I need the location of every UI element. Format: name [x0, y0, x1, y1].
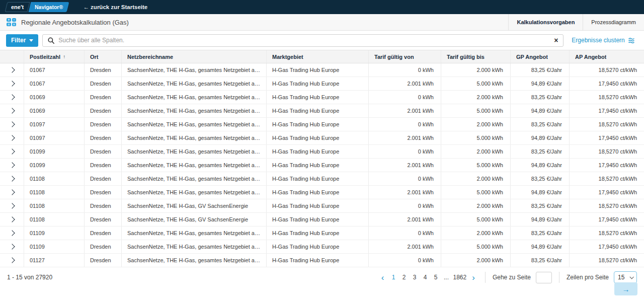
back-to-home-link[interactable]: ← zurück zur Startseite	[83, 4, 147, 10]
cell-ort: Dresden	[85, 91, 122, 104]
cell-plz: 01108	[24, 213, 85, 226]
expand-row-button[interactable]	[0, 131, 24, 144]
cell-gp: 94,89 €/Jahr	[511, 77, 570, 90]
cell-ap: 17,9450 ct/kWh	[570, 77, 644, 90]
cluster-layers-icon	[628, 37, 635, 44]
cell-von: 2.001 kWh	[369, 240, 441, 253]
cell-value: H-Gas Trading Hub Europe	[272, 81, 339, 87]
cell-markt: H-Gas Trading Hub Europe	[267, 91, 369, 104]
column-header-ap-angebot[interactable]: AP Angebot	[570, 50, 644, 63]
goto-page-input[interactable]	[536, 272, 552, 283]
cell-ort: Dresden	[85, 145, 122, 158]
previous-page-icon[interactable]: ‹	[378, 273, 387, 282]
column-header-marktgebiet[interactable]: Marktgebiet	[267, 50, 369, 63]
cell-markt: H-Gas Trading Hub Europe	[267, 118, 369, 131]
filter-button[interactable]: Filter	[6, 34, 38, 47]
table-row: 01069DresdenSachsenNetze, THE H-Gas, ges…	[0, 91, 644, 104]
cell-plz: 01109	[24, 240, 85, 253]
column-header-gp-angebot[interactable]: GP Angebot	[511, 50, 570, 63]
expand-row-button[interactable]	[0, 172, 24, 185]
column-header-netzbereichname[interactable]: Netzbereichname	[122, 50, 267, 63]
expand-row-button[interactable]	[0, 186, 24, 199]
cell-value: 94,89 €/Jahr	[531, 189, 562, 195]
search-input[interactable]	[58, 35, 549, 46]
cell-value: 2.000 kWh	[476, 257, 503, 263]
cell-bis: 2.000 kWh	[441, 172, 511, 185]
expand-row-button[interactable]	[0, 63, 24, 77]
expand-row-button[interactable]	[0, 91, 24, 104]
cell-bis: 5.000 kWh	[441, 159, 511, 172]
column-header-tarif-g-ltig-bis[interactable]: Tarif gültig bis	[441, 50, 511, 63]
prozessdiagramm-button[interactable]: Prozessdiagramm	[583, 14, 644, 30]
cell-netz: SachsenNetze, THE H-Gas, gesamtes Netzge…	[122, 118, 267, 131]
cell-ap: 18,5270 ct/kWh	[570, 172, 644, 185]
cell-netz: SachsenNetze, THE H-Gas, gesamtes Netzge…	[122, 91, 267, 104]
next-page-fab-button[interactable]: →	[614, 282, 637, 295]
rows-per-page-select[interactable]: 15	[614, 271, 637, 283]
cell-bis: 5.000 kWh	[441, 186, 511, 199]
cell-netz: SachsenNetze, THE H-Gas, gesamtes Netzge…	[122, 159, 267, 172]
cell-value: 94,89 €/Jahr	[531, 81, 562, 87]
expand-row-button[interactable]	[0, 213, 24, 226]
clear-search-icon[interactable]: ×	[549, 36, 563, 44]
cell-value: 0 kWh	[418, 203, 434, 209]
chevron-right-icon	[9, 162, 15, 168]
cell-von: 2.001 kWh	[369, 77, 441, 90]
cell-value: 01099	[30, 162, 45, 168]
column-header-expander	[0, 50, 24, 63]
column-header-ort[interactable]: Ort	[85, 50, 122, 63]
kalkulationsvorgaben-button[interactable]: Kalkulationsvorgaben	[508, 14, 583, 30]
cell-plz: 01108	[24, 199, 85, 212]
expand-row-button[interactable]	[0, 240, 24, 253]
expand-row-button[interactable]	[0, 118, 24, 131]
column-header-label: Tarif gültig von	[374, 54, 414, 60]
cell-von: 0 kWh	[369, 172, 441, 185]
cell-value: 01108	[30, 216, 45, 222]
table-row: 01067DresdenSachsenNetze, THE H-Gas, ges…	[0, 63, 644, 77]
table-row: 01127DresdenSachsenNetze, THE H-Gas, ges…	[0, 254, 644, 267]
column-header-tarif-g-ltig-von[interactable]: Tarif gültig von	[369, 50, 441, 63]
goto-page-control: Gehe zu Seite	[493, 272, 552, 283]
rows-per-page-value: 15	[618, 274, 624, 281]
expand-row-button[interactable]	[0, 104, 24, 117]
cell-value: 5.000 kWh	[476, 244, 503, 250]
results-table: Postleitzahl↑OrtNetzbereichnameMarktgebi…	[0, 50, 644, 267]
column-header-postleitzahl[interactable]: Postleitzahl↑	[24, 50, 85, 63]
cell-bis: 2.000 kWh	[441, 118, 511, 131]
cell-value: 01069	[30, 94, 45, 100]
sort-ascending-icon: ↑	[63, 54, 65, 59]
page-number-4[interactable]: 4	[421, 273, 430, 282]
expand-row-button[interactable]	[0, 77, 24, 90]
next-page-icon[interactable]: ›	[469, 273, 478, 282]
page-number-3[interactable]: 3	[411, 273, 419, 282]
cell-value: 83,25 €/Jahr	[531, 148, 562, 155]
expand-row-button[interactable]	[0, 159, 24, 172]
cell-value: 2.001 kWh	[407, 81, 434, 87]
header-actions: Kalkulationsvorgaben Prozessdiagramm	[508, 14, 644, 30]
expand-row-button[interactable]	[0, 199, 24, 212]
cell-value: H-Gas Trading Hub Europe	[272, 108, 339, 114]
cell-markt: H-Gas Trading Hub Europe	[267, 145, 369, 158]
cluster-results-button[interactable]: Ergebnisse clustern	[572, 37, 634, 44]
page-number-1862[interactable]: 1862	[453, 273, 467, 282]
expand-row-button[interactable]	[0, 254, 24, 267]
column-header-label: GP Angebot	[516, 54, 548, 60]
expand-row-button[interactable]	[0, 145, 24, 158]
cell-plz: 01097	[24, 118, 85, 131]
page-number-5[interactable]: 5	[432, 273, 440, 282]
page-number-2[interactable]: 2	[400, 273, 409, 282]
expand-row-button[interactable]	[0, 226, 24, 240]
cell-value: H-Gas Trading Hub Europe	[272, 94, 339, 100]
cell-von: 2.001 kWh	[369, 104, 441, 117]
cell-plz: 01069	[24, 91, 85, 104]
cell-value: 17,9450 ct/kWh	[599, 244, 637, 250]
cell-value: Dresden	[90, 108, 111, 114]
table-row: 01109DresdenSachsenNetze, THE H-Gas, ges…	[0, 226, 644, 240]
goto-page-label: Gehe zu Seite	[493, 274, 531, 281]
table-header-row: Postleitzahl↑OrtNetzbereichnameMarktgebi…	[0, 50, 644, 63]
cell-bis: 5.000 kWh	[441, 131, 511, 144]
page-number-1[interactable]: 1	[389, 273, 398, 282]
cell-value: SachsenNetze, THE H-Gas, gesamtes Netzge…	[127, 244, 262, 250]
chevron-right-icon	[9, 176, 15, 181]
cell-value: Dresden	[90, 67, 111, 73]
